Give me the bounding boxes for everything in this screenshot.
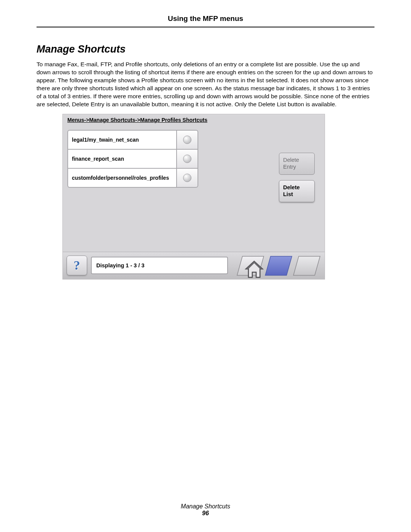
home-icon [240, 259, 268, 280]
delete-entry-button: Delete Entry [279, 153, 315, 175]
page-footer: Manage Shortcuts 96 [0, 503, 411, 517]
help-icon: ? [74, 258, 80, 273]
list-item-label: legal1/my_twain_net_scan [67, 130, 177, 150]
radio-icon [183, 155, 191, 163]
bottom-bar: ? Displaying 1 - 3 / 3 [63, 252, 325, 279]
shortcut-list: legal1/my_twain_net_scan finance_report_… [63, 126, 255, 252]
list-item[interactable]: customfolder/personnel/roles_profiles [67, 168, 255, 187]
list-item-label: customfolder/personnel/roles_profiles [67, 168, 177, 188]
list-item-radio[interactable] [176, 130, 198, 150]
device-screen: Menus->Manage Shortcuts->Manage Profiles… [62, 114, 325, 280]
section-body: To manage Fax, E-mail, FTP, and Profile … [37, 61, 374, 109]
breadcrumb: Menus->Manage Shortcuts->Manage Profiles… [63, 114, 325, 126]
nav-tabs [236, 255, 321, 276]
nav-tab-active[interactable] [264, 256, 293, 276]
list-item-radio[interactable] [176, 149, 198, 169]
footer-section-name: Manage Shortcuts [0, 503, 411, 510]
svg-marker-0 [246, 261, 263, 277]
list-item[interactable]: legal1/my_twain_net_scan [67, 130, 255, 149]
home-tab[interactable] [236, 256, 264, 276]
radio-icon [183, 174, 191, 182]
delete-list-button[interactable]: Delete List [279, 180, 315, 202]
footer-page-number: 96 [0, 510, 411, 517]
status-message: Displaying 1 - 3 / 3 [91, 257, 228, 274]
header-rule [37, 27, 374, 27]
list-item-label: finance_report_scan [67, 149, 177, 169]
section-heading: Manage Shortcuts [37, 43, 374, 55]
list-item-radio[interactable] [176, 168, 198, 188]
main-area: legal1/my_twain_net_scan finance_report_… [63, 126, 325, 252]
action-column: Delete Entry Delete List [279, 126, 325, 252]
radio-icon [183, 136, 191, 144]
help-button[interactable]: ? [67, 256, 87, 275]
nav-tab[interactable] [293, 256, 321, 276]
chapter-title: Using the MFP menus [37, 14, 374, 27]
list-item[interactable]: finance_report_scan [67, 149, 255, 168]
